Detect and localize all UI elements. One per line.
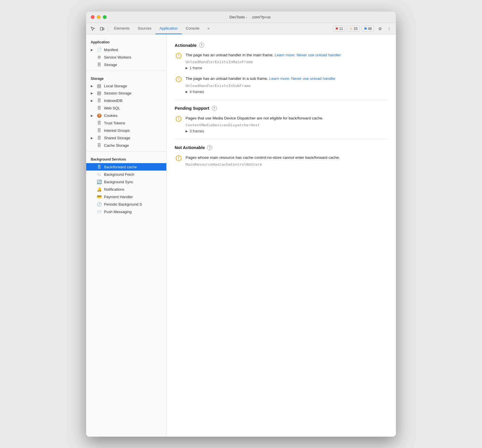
pending-support-title: Pending Support	[175, 106, 209, 111]
sidebar-item-trust-tokens[interactable]: ▶ 🗄 Trust Tokens	[86, 119, 166, 127]
issue-2-link[interactable]: Learn more: Never use unload handler	[269, 76, 336, 81]
sidebar-item-service-workers[interactable]: ▶ ⚙ Service Workers	[86, 53, 166, 61]
ss-toggle: ▶	[91, 92, 94, 95]
cache-storage-icon: 🗄	[97, 143, 102, 148]
maximize-button[interactable]	[103, 15, 107, 19]
sidebar-item-manifest[interactable]: ▶ 📄 Manifest	[86, 46, 166, 53]
issue-4-message: Pages whose main resource has cache-cont…	[186, 155, 388, 161]
info-badge[interactable]: ✖ 48	[362, 26, 374, 32]
inspect-element-button[interactable]	[88, 25, 97, 33]
issue-1-expand-label: 1 frame	[190, 66, 202, 70]
background-fetch-label: Background Fetch	[104, 172, 134, 177]
sidebar-item-indexeddb[interactable]: ▶ 🗄 IndexedDB	[86, 97, 166, 104]
issue-2-expand-arrow: ▶	[186, 90, 188, 93]
back-forward-cache-label: Back/forward cache	[104, 165, 137, 169]
issue-1-text-block: The page has an unload handler in the ma…	[186, 52, 388, 70]
web-sql-label: Web SQL	[104, 106, 120, 110]
issue-1-link[interactable]: Learn more: Never use unload handler	[275, 53, 341, 57]
issue-1-expand[interactable]: ▶ 1 frame	[186, 66, 388, 70]
idb-toggle: ▶	[91, 99, 94, 102]
interest-groups-icon: 🗄	[97, 128, 102, 133]
warning-circle-3: !	[176, 116, 182, 122]
actionable-section-header: Actionable ?	[175, 43, 388, 48]
info-icon: ✖	[364, 26, 367, 31]
issue-3-expand-arrow: ▶	[186, 130, 188, 133]
sidebar-item-storage[interactable]: ▶ 🗄 Storage	[86, 61, 166, 68]
issue-unload-sub: ! The page has an unload handler in a su…	[175, 76, 388, 94]
manifest-icon: 📄	[97, 47, 102, 52]
device-toolbar-button[interactable]	[98, 25, 106, 33]
cache-storage-label: Cache Storage	[104, 143, 129, 148]
minimize-button[interactable]	[97, 15, 101, 19]
background-fetch-icon: ↑↓	[97, 172, 102, 177]
sidebar-item-web-sql[interactable]: ▶ 🗄 Web SQL	[86, 104, 166, 112]
sidebar-item-cookies[interactable]: ▶ 🍪 Cookies	[86, 112, 166, 119]
session-storage-icon	[97, 91, 102, 95]
web-sql-icon: 🗄	[97, 106, 102, 110]
tab-application[interactable]: Application	[155, 23, 182, 34]
sidebar-item-background-sync[interactable]: ▶ 🔄 Background Sync	[86, 178, 166, 186]
svg-rect-1	[103, 28, 104, 30]
periodic-background-label: Periodic Background S	[104, 202, 142, 206]
info-count: 48	[368, 27, 372, 31]
sidebar-item-push-messaging[interactable]: ▶ 📨 Push Messaging	[86, 208, 166, 215]
warning-icon-3: !	[176, 116, 182, 122]
issue-2-expand[interactable]: ▶ 4 frames	[186, 90, 388, 94]
sidebar-item-shared-storage[interactable]: ▶ 🗄 Shared Storage	[86, 134, 166, 142]
sidebar-divider-1	[86, 71, 166, 71]
more-options-button[interactable]: ⋮	[385, 25, 394, 33]
indexeddb-label: IndexedDB	[104, 99, 122, 103]
sidebar-item-payment-handler[interactable]: ▶ 💳 Payment Handler	[86, 193, 166, 200]
settings-button[interactable]: ⚙	[376, 25, 384, 33]
issue-media-device: ! Pages that use Media Device Dispatcher…	[175, 115, 388, 133]
sidebar-item-periodic-background[interactable]: ▶ 🕐 Periodic Background S	[86, 200, 166, 208]
svg-rect-6	[97, 93, 101, 94]
toolbar-tabs: Elements Sources Application Console »	[110, 23, 330, 34]
manifest-label: Manifest	[104, 48, 118, 52]
trust-tokens-icon: 🗄	[97, 121, 102, 125]
manifest-toggle: ▶	[91, 48, 94, 51]
sidebar-section-bg-services-title: Background Services	[86, 154, 166, 163]
issue-3-code: ContentMediaDevicesDispatcherHost	[186, 123, 388, 127]
warning-circle-4: !	[176, 155, 182, 161]
push-messaging-label: Push Messaging	[104, 210, 132, 214]
warning-icon: ⚠	[349, 26, 353, 31]
issue-1-expand-arrow: ▶	[186, 66, 188, 69]
window-title: DevTools - .com/?p=us	[109, 15, 391, 19]
tab-more[interactable]: »	[203, 23, 213, 34]
not-actionable-section-header: Not Actionable ?	[175, 145, 388, 150]
sidebar-item-local-storage[interactable]: ▶ Local Storage	[86, 82, 166, 90]
sidebar-item-cache-storage[interactable]: ▶ 🗄 Cache Storage	[86, 142, 166, 149]
warning-badge[interactable]: ⚠ 33	[347, 26, 360, 32]
sidebar-item-notifications[interactable]: ▶ 🔔 Notifications	[86, 186, 166, 193]
close-button[interactable]	[91, 15, 95, 19]
sidebar-item-background-fetch[interactable]: ▶ ↑↓ Background Fetch	[86, 171, 166, 178]
tab-sources[interactable]: Sources	[134, 23, 155, 34]
warning-icon-1: !	[176, 53, 182, 59]
actionable-help-icon[interactable]: ?	[199, 43, 204, 48]
push-messaging-icon: 📨	[97, 209, 102, 214]
storage-label: Storage	[104, 63, 117, 67]
issue-1-code: UnloadHandlerExistsInMainFrame	[186, 60, 388, 64]
issue-3-expand[interactable]: ▶ 3 frames	[186, 129, 388, 133]
pending-support-help-icon[interactable]: ?	[212, 106, 217, 111]
tab-console[interactable]: Console	[182, 23, 204, 34]
indexeddb-icon: 🗄	[97, 98, 102, 103]
notifications-label: Notifications	[104, 187, 124, 192]
warning-icon-2: !	[176, 76, 182, 82]
warning-count: 33	[354, 27, 357, 31]
sidebar-item-back-forward-cache[interactable]: ▶ 🗄 Back/forward cache	[86, 163, 166, 171]
not-actionable-help-icon[interactable]: ?	[207, 145, 212, 150]
error-badge[interactable]: ✖ 11	[333, 26, 345, 32]
sidebar-item-session-storage[interactable]: ▶ Session Storage	[86, 90, 166, 97]
sidebar-section-application-title: Application	[86, 37, 166, 46]
sidebar-item-interest-groups[interactable]: ▶ 🗄 Interest Groups	[86, 127, 166, 134]
tab-elements[interactable]: Elements	[110, 23, 134, 34]
shs-toggle: ▶	[91, 136, 94, 140]
shared-storage-label: Shared Storage	[104, 136, 130, 140]
content-panel: Actionable ? ! The page has an unload ha…	[167, 34, 396, 437]
service-workers-label: Service Workers	[104, 55, 131, 59]
background-sync-icon: 🔄	[97, 179, 102, 184]
back-forward-cache-icon: 🗄	[97, 165, 102, 169]
payment-handler-label: Payment Handler	[104, 195, 133, 199]
